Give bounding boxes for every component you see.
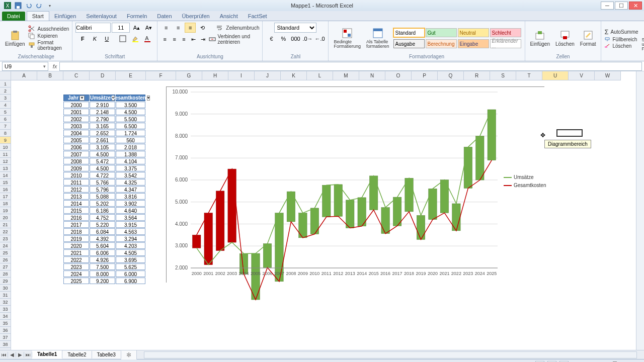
cell[interactable]: 1.388 (116, 151, 145, 157)
row-header-16[interactable]: 16 (0, 186, 11, 193)
cell[interactable]: 3.564 (116, 214, 145, 221)
cell[interactable]: 4.203 (116, 242, 145, 249)
row-header-37[interactable]: 37 (0, 334, 11, 341)
align-left-icon[interactable]: ≡ (160, 34, 169, 44)
row-header-20[interactable]: 20 (0, 214, 11, 221)
cell[interactable]: 2.652 (90, 130, 115, 136)
cut-button[interactable]: Ausschneiden (28, 26, 69, 32)
cell[interactable]: 8.000 (90, 270, 115, 277)
cell[interactable]: 2016 (63, 214, 89, 221)
col-header-W[interactable]: W (595, 71, 621, 80)
col-header-I[interactable]: I (228, 71, 255, 80)
row-header-4[interactable]: 4 (0, 102, 11, 109)
active-cell[interactable] (556, 129, 583, 137)
style-eingabe[interactable]: Eingabe (458, 39, 489, 48)
col-header-D[interactable]: D (90, 71, 116, 80)
cell[interactable]: 2.910 (90, 102, 115, 108)
format-table-button[interactable]: Als Tabelle formatieren (364, 27, 391, 50)
qat-dropdown-icon[interactable]: ▾ (45, 2, 54, 10)
italic-button[interactable]: K (89, 34, 100, 44)
row-header-11[interactable]: 11 (0, 151, 11, 158)
align-center-icon[interactable]: ≡ (170, 34, 179, 44)
orientation-icon[interactable]: ⟲ (197, 23, 208, 33)
fill-button[interactable]: Füllbereich (604, 37, 638, 42)
row-header-14[interactable]: 14 (0, 172, 11, 179)
chart-area[interactable]: 10.0009.0008.0007.0006.0005.0004.0003.00… (166, 86, 544, 283)
format-painter-button[interactable]: Format übertragen (28, 40, 69, 51)
cell[interactable]: 4.392 (90, 235, 115, 242)
cell[interactable]: 3.542 (116, 172, 145, 178)
col-header-O[interactable]: O (385, 71, 412, 80)
col-header-S[interactable]: S (490, 71, 516, 80)
row-header-1[interactable]: 1 (0, 80, 11, 87)
col-header-T[interactable]: T (516, 71, 542, 80)
cell[interactable]: 9.200 (90, 278, 115, 284)
align-right-icon[interactable]: ≡ (180, 34, 188, 44)
style-berechnung[interactable]: Berechnung (426, 39, 457, 48)
sheet-tab-new[interactable]: ✻ (121, 350, 137, 359)
col-header-N[interactable]: N (359, 71, 385, 80)
col-header-C[interactable]: C (63, 71, 90, 80)
style-schlecht[interactable]: Schlecht (490, 28, 521, 37)
cell[interactable]: 4.752 (90, 214, 115, 221)
row-header-33[interactable]: 33 (0, 306, 11, 313)
conditional-format-button[interactable]: Bedingte Formatierung (332, 27, 363, 50)
cell[interactable]: 2008 (63, 158, 89, 164)
style-erklaerender[interactable]: Erklärender ... (490, 39, 521, 48)
currency-icon[interactable]: € (266, 34, 277, 44)
cell[interactable]: 2014 (63, 200, 89, 207)
table-header[interactable]: Jahr▾ (63, 95, 89, 101)
filter-dropdown-icon[interactable]: ▾ (79, 96, 85, 101)
sheet-tab-1[interactable]: Tabelle1 (32, 350, 62, 359)
decrease-font-icon[interactable]: A▾ (143, 23, 154, 33)
col-header-B[interactable]: B (37, 71, 63, 80)
number-format-select[interactable]: Standard (274, 23, 316, 33)
row-header-38[interactable]: 38 (0, 341, 11, 348)
name-box[interactable]: U9▾ (2, 62, 48, 71)
cell[interactable]: 3.816 (116, 193, 145, 200)
undo-icon[interactable] (24, 2, 33, 10)
row-header-17[interactable]: 17 (0, 193, 11, 200)
clear-button[interactable]: Löschen (604, 43, 638, 49)
column-headers[interactable]: ABCDEFGHIJKLMNOPQRSTUVW (11, 71, 621, 80)
font-size-select[interactable] (112, 23, 130, 33)
cell[interactable]: 2002 (63, 116, 89, 122)
cell[interactable]: 2013 (63, 193, 89, 200)
tab-start[interactable]: Start (27, 11, 49, 21)
sheet-tab-3[interactable]: Tabelle3 (92, 351, 121, 358)
cell[interactable]: 4.104 (116, 158, 145, 164)
col-header-M[interactable]: M (333, 71, 359, 80)
increase-decimal-icon[interactable]: .0→ (302, 34, 313, 44)
col-header-G[interactable]: G (176, 71, 202, 80)
row-header-15[interactable]: 15 (0, 179, 11, 186)
style-gut[interactable]: Gut (426, 28, 457, 37)
cell[interactable]: 6.186 (90, 207, 115, 214)
increase-font-icon[interactable]: A▴ (131, 23, 142, 33)
col-header-P[interactable]: P (412, 71, 438, 80)
bold-button[interactable]: F (77, 34, 88, 44)
style-standard[interactable]: Standard (393, 28, 425, 37)
cell[interactable]: 2023 (63, 263, 89, 270)
cell-grid[interactable]: Jahr▾Umsätze▾Gesamtkosten▾20002.9103.500… (11, 80, 636, 350)
cell[interactable]: 2007 (63, 151, 89, 157)
indent-increase-icon[interactable]: ⇥ (199, 34, 207, 44)
cell[interactable]: 4.926 (90, 256, 115, 263)
cell[interactable]: 2000 (63, 102, 89, 108)
align-top-icon[interactable]: ≡ (160, 23, 172, 33)
row-header-35[interactable]: 35 (0, 320, 11, 327)
cell[interactable]: 5.202 (90, 200, 115, 207)
cell[interactable]: 4.500 (90, 151, 115, 157)
cell[interactable]: 3.695 (116, 256, 145, 263)
cell[interactable]: 3.105 (90, 144, 115, 150)
tab-review[interactable]: Überprüfen (177, 12, 215, 21)
sheet-nav-first[interactable]: ⏮ (0, 352, 8, 357)
cell-styles-gallery[interactable]: Standard Gut Neutral Schlecht Ausgabe Be… (393, 28, 522, 49)
filter-dropdown-icon[interactable]: ▾ (147, 96, 150, 101)
row-headers[interactable]: 1234567891011121314151617181920212223242… (0, 80, 11, 350)
col-header-H[interactable]: H (202, 71, 228, 80)
cell[interactable]: 6.900 (116, 278, 145, 284)
table-header[interactable]: Gesamtkosten▾ (116, 95, 145, 101)
maximize-button[interactable]: ☐ (615, 2, 628, 10)
formula-input[interactable] (59, 62, 642, 71)
sheet-tab-2[interactable]: Tabelle2 (62, 351, 92, 358)
